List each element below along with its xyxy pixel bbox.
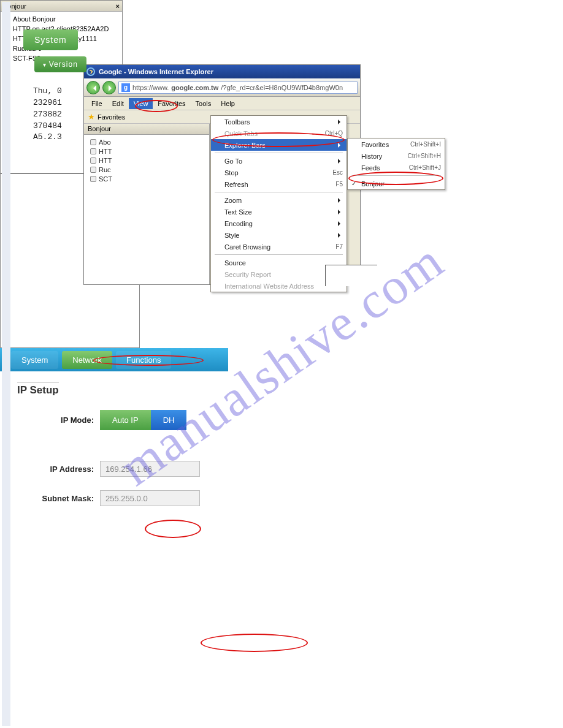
system-page: System Version Thu, 0 232961 273882 3704…: [0, 173, 140, 348]
scrollbar[interactable]: [2, 173, 10, 348]
